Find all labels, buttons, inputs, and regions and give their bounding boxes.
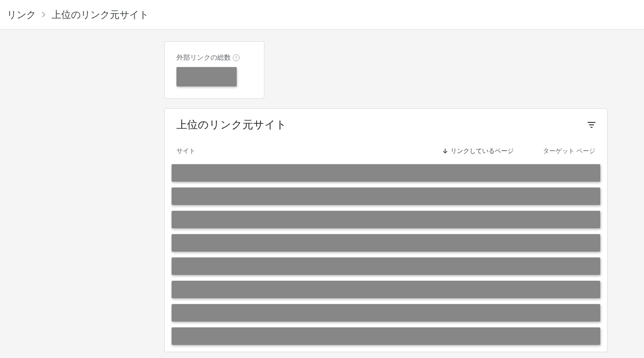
summary-value xyxy=(176,67,237,86)
summary-label-row: 外部リンクの総数 ? xyxy=(176,53,252,62)
table-row[interactable] xyxy=(172,281,600,298)
arrow-down-icon xyxy=(443,148,448,154)
filter-icon[interactable] xyxy=(588,122,595,128)
help-icon[interactable]: ? xyxy=(233,54,240,61)
table-title: 上位のリンク元サイト xyxy=(176,118,287,132)
table-row[interactable] xyxy=(172,211,600,228)
table-row[interactable] xyxy=(172,257,600,275)
table-row[interactable] xyxy=(172,304,600,322)
table-row[interactable] xyxy=(172,234,600,252)
top-linking-sites-card: 上位のリンク元サイト サイト リンクしているページ ターゲット ページ xyxy=(164,108,608,352)
breadcrumb: リンク 上位のリンク元サイト xyxy=(7,8,149,21)
breadcrumb-current: 上位のリンク元サイト xyxy=(52,8,149,21)
external-links-summary-card: 外部リンクの総数 ? xyxy=(164,41,264,99)
breadcrumb-root-link[interactable]: リンク xyxy=(7,8,36,21)
column-header-linking-pages[interactable]: リンクしているページ xyxy=(443,147,514,155)
chevron-right-icon xyxy=(42,12,46,17)
content-area: 外部リンクの総数 ? 上位のリンク元サイト サイト リンクしているページ ターゲ… xyxy=(0,30,644,352)
table-header: 上位のリンク元サイト xyxy=(165,109,607,141)
table-rows xyxy=(165,164,607,352)
column-header-target-pages[interactable]: ターゲット ページ xyxy=(543,147,595,155)
table-column-headers: サイト リンクしているページ ターゲット ページ xyxy=(165,141,607,164)
table-row[interactable] xyxy=(172,188,600,205)
table-row[interactable] xyxy=(172,327,600,345)
column-header-site[interactable]: サイト xyxy=(176,147,443,155)
summary-label: 外部リンクの総数 xyxy=(176,53,231,62)
table-row[interactable] xyxy=(172,164,600,182)
header-bar: リンク 上位のリンク元サイト xyxy=(0,0,644,30)
column-header-linking-label: リンクしているページ xyxy=(451,147,514,155)
